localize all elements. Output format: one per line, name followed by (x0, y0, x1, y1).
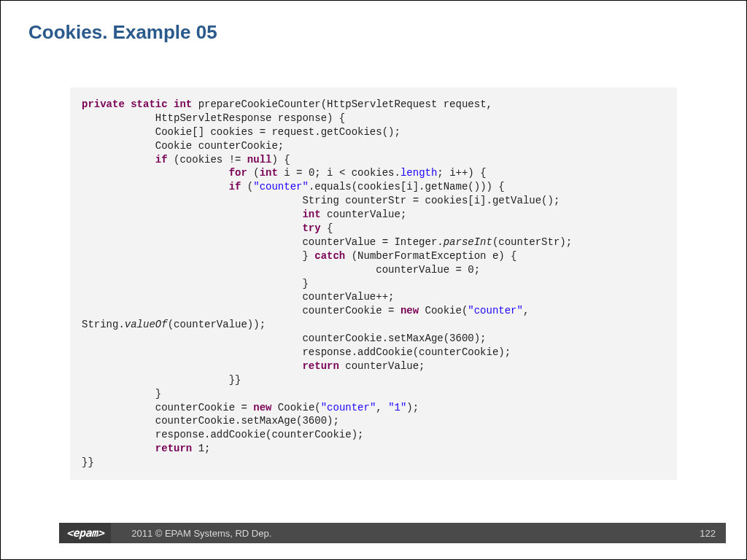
footer-page-number: 122 (700, 528, 726, 539)
epam-logo: <epam> (59, 523, 111, 543)
slide-title: Cookies. Example 05 (1, 1, 746, 44)
footer-copyright: 2011 © EPAM Systems, RD Dep. (111, 528, 700, 539)
slide-footer: <epam> 2011 © EPAM Systems, RD Dep. 122 (59, 523, 726, 543)
code-block: private static int prepareCookieCounter(… (70, 88, 677, 480)
